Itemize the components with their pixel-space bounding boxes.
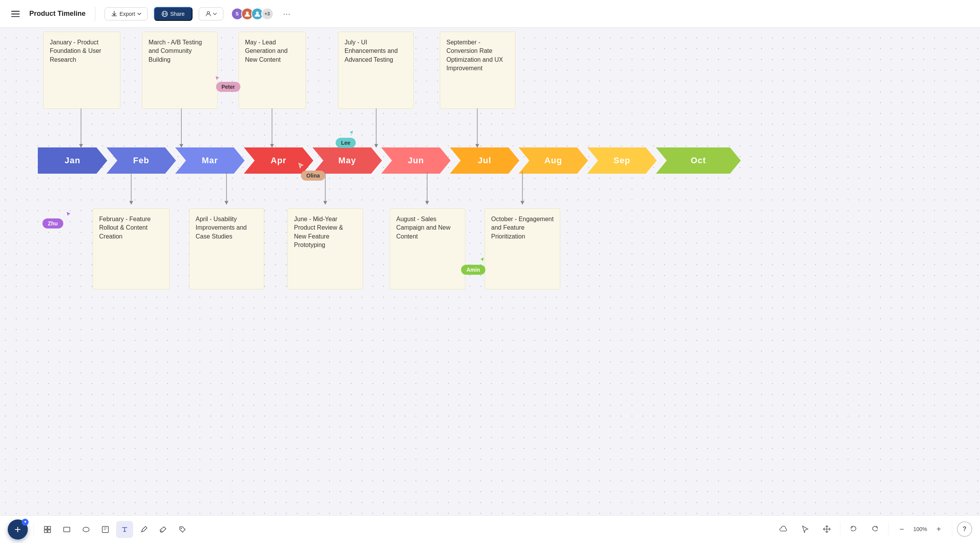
timeline-sep: Sep <box>587 147 657 174</box>
add-button-container: + ✦ <box>8 519 28 540</box>
svg-marker-26 <box>520 201 524 205</box>
svg-point-4 <box>207 12 210 14</box>
add-badge: ✦ <box>22 519 29 526</box>
more-options-button[interactable]: ⋯ <box>280 7 294 21</box>
collaboration-button[interactable] <box>199 7 223 20</box>
tool-frames[interactable] <box>39 521 56 538</box>
cursor-lee-label: Lee <box>341 140 350 146</box>
menu-button[interactable] <box>8 6 23 22</box>
zoom-out-button[interactable]: − <box>893 521 910 538</box>
avatar-group: S +3 <box>231 8 274 20</box>
zoom-level: 100% <box>913 526 927 532</box>
cursor-amin-label: Amin <box>466 267 480 273</box>
svg-rect-2 <box>11 16 20 17</box>
tool-sticky[interactable] <box>97 521 114 538</box>
cursor-zhu-label: Zhu <box>48 220 58 227</box>
move-tool-button[interactable] <box>818 521 835 538</box>
tool-rectangle[interactable] <box>58 521 75 538</box>
tool-pen[interactable] <box>135 521 152 538</box>
timeline-jun: Jun <box>381 147 451 174</box>
zoom-in-button[interactable]: + <box>930 521 947 538</box>
timeline-jun-label: Jun <box>408 156 424 166</box>
card-february-title: February - Feature Rollout & Content Cre… <box>99 216 150 240</box>
card-june-bottom[interactable]: June - Mid-Year Product Review & New Fea… <box>287 208 363 289</box>
svg-rect-1 <box>11 14 20 15</box>
export-button[interactable]: Export <box>105 7 148 20</box>
toolbar-divider-2 <box>840 522 840 536</box>
card-may-title: May - Lead Generation and New Content <box>245 39 287 63</box>
document-title: Product Timeline <box>29 10 86 18</box>
card-february-bottom[interactable]: February - Feature Rollout & Content Cre… <box>93 208 170 289</box>
svg-rect-30 <box>48 530 51 533</box>
timeline-mar: Mar <box>175 147 245 174</box>
svg-point-5 <box>246 11 248 14</box>
canvas: January - Product Foundation & User Rese… <box>0 28 980 515</box>
card-july-top[interactable]: July - UI Enhancements and Advanced Test… <box>338 32 414 109</box>
cloud-icon-button[interactable] <box>775 521 792 538</box>
card-january-title: January - Product Foundation & User Rese… <box>50 39 101 63</box>
tool-ellipse[interactable] <box>78 521 95 538</box>
svg-rect-0 <box>11 11 20 12</box>
timeline-aug: Aug <box>519 147 588 174</box>
timeline-jul-label: Jul <box>478 156 492 166</box>
card-january-top[interactable]: January - Product Foundation & User Rese… <box>43 32 120 109</box>
svg-rect-28 <box>48 526 51 529</box>
topbar: Product Timeline Export Share S +3 ⋯ <box>0 0 980 28</box>
svg-marker-22 <box>323 201 327 205</box>
tool-text[interactable] <box>116 521 133 538</box>
card-august-bottom[interactable]: August - Sales Campaign and New Content <box>390 208 465 289</box>
cursor-peter-label: Peter <box>221 84 235 90</box>
undo-button[interactable] <box>845 521 862 538</box>
toolbar-divider <box>33 522 34 537</box>
toolbar-divider-3 <box>888 522 889 536</box>
card-march-top[interactable]: March - A/B Testing and Community Buildi… <box>142 32 218 109</box>
svg-point-6 <box>256 11 259 14</box>
timeline-jan-label: Jan <box>65 156 81 166</box>
divider <box>95 7 95 21</box>
card-june-title: June - Mid-Year Product Review & New Fea… <box>294 216 343 248</box>
zoom-controls: − 100% + <box>893 521 947 538</box>
timeline-aug-label: Aug <box>544 156 562 166</box>
bottom-toolbar: + ✦ <box>0 515 980 543</box>
card-september-top[interactable]: September - Conversion Rate Optimization… <box>440 32 515 109</box>
timeline-jul: Jul <box>450 147 519 174</box>
timeline-feb-label: Feb <box>133 156 149 166</box>
card-may-top[interactable]: May - Lead Generation and New Content <box>238 32 306 109</box>
timeline-may-label: May <box>338 156 356 166</box>
select-tool-button[interactable] <box>797 521 814 538</box>
card-august-title: August - Sales Campaign and New Content <box>396 216 451 240</box>
timeline-apr-label: Apr <box>271 156 287 166</box>
svg-point-35 <box>181 528 182 529</box>
timeline-row: Jan Feb Mar Apr May Jun Jul Aug <box>39 147 741 174</box>
card-april-bottom[interactable]: April - Usability Improvements and Case … <box>189 208 264 289</box>
toolbar-divider-4 <box>952 522 952 536</box>
tool-tag[interactable] <box>174 521 191 538</box>
cursor-olina-label: Olina <box>306 173 320 179</box>
svg-marker-18 <box>129 201 133 205</box>
card-march-title: March - A/B Testing and Community Buildi… <box>149 39 202 63</box>
timeline-may: May <box>313 147 382 174</box>
bottom-right-controls: − 100% + ? <box>775 515 972 543</box>
share-button[interactable]: Share <box>154 7 192 21</box>
timeline-sep-label: Sep <box>613 156 630 166</box>
svg-rect-29 <box>44 530 47 533</box>
svg-point-32 <box>83 527 89 532</box>
timeline-jan: Jan <box>38 147 107 174</box>
avatar-count: +3 <box>261 8 274 20</box>
tool-paint[interactable] <box>155 521 172 538</box>
svg-marker-24 <box>425 201 429 205</box>
card-october-bottom[interactable]: October - Engagement and Feature Priorit… <box>485 208 560 289</box>
timeline-oct: Oct <box>656 147 741 174</box>
svg-marker-20 <box>225 201 228 205</box>
help-button[interactable]: ? <box>957 521 972 537</box>
card-october-title: October - Engagement and Feature Priorit… <box>491 216 554 240</box>
card-july-title: July - UI Enhancements and Advanced Test… <box>345 39 398 63</box>
timeline-oct-label: Oct <box>691 156 706 166</box>
add-icon: + <box>15 523 21 536</box>
card-april-title: April - Usability Improvements and Case … <box>196 216 247 240</box>
svg-rect-31 <box>64 527 70 532</box>
redo-button[interactable] <box>867 521 884 538</box>
svg-rect-27 <box>44 526 47 529</box>
timeline-mar-label: Mar <box>202 156 218 166</box>
svg-point-34 <box>161 531 162 532</box>
